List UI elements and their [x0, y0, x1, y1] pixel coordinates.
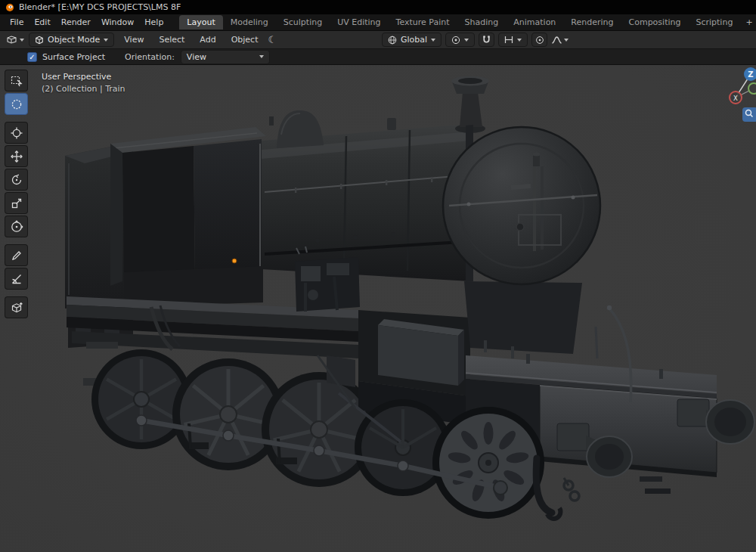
menu-object[interactable]: Object: [226, 33, 264, 46]
pivot-point-dropdown[interactable]: [445, 33, 475, 47]
window-titlebar: Blender* [E:\MY DCS PROJECTS\LMS 8F: [0, 0, 756, 14]
loco-boiler: [262, 124, 470, 281]
menu-window[interactable]: Window: [96, 16, 139, 29]
object-origin-dot: [232, 259, 237, 263]
tab-texture-paint[interactable]: Texture Paint: [389, 15, 457, 29]
select-circle-icon: [10, 98, 23, 111]
axis-z-label: Z: [748, 70, 753, 79]
tab-animation[interactable]: Animation: [506, 15, 563, 29]
object-mode-icon: [35, 36, 44, 45]
orientation-setting-dropdown[interactable]: View: [181, 50, 270, 64]
menu-view[interactable]: View: [119, 33, 149, 46]
tab-shading[interactable]: Shading: [457, 15, 507, 29]
tool-select-box[interactable]: [5, 70, 28, 91]
editor-type-icon: [6, 35, 17, 45]
transform-tool-icon: [10, 220, 23, 234]
proportional-falloff-button[interactable]: [551, 33, 569, 47]
proportional-edit-icon: [535, 36, 544, 45]
tool-annotate[interactable]: [5, 244, 28, 266]
tool-add-cube[interactable]: [5, 296, 28, 318]
gizmo-toggle-icon[interactable]: ☾: [268, 35, 277, 45]
menu-select[interactable]: Select: [153, 33, 190, 46]
menu-help[interactable]: Help: [139, 16, 169, 29]
loco-cab: [110, 127, 266, 307]
viewport-header: Object Mode View Select Add Object ☾ Glo…: [0, 31, 756, 49]
3d-viewport[interactable]: User Perspective (2) Collection | Train: [0, 65, 756, 552]
tool-cursor[interactable]: [5, 122, 28, 144]
tool-transform[interactable]: [5, 216, 28, 237]
menu-add[interactable]: Add: [194, 33, 221, 46]
snap-target-icon: [504, 36, 513, 44]
surface-project-checkbox[interactable]: ✓: [27, 52, 37, 62]
loco-cylinder: [378, 319, 464, 386]
viewport-toolbar: [5, 70, 28, 320]
measure-tool-icon: [10, 272, 23, 286]
axis-x-label: X: [733, 95, 738, 102]
tool-rotate[interactable]: [5, 169, 28, 191]
orientation-setting-value: View: [187, 52, 206, 62]
3d-scene: [0, 65, 756, 552]
move-tool-icon: [10, 150, 23, 163]
tool-select-circle[interactable]: [5, 93, 28, 115]
tab-modeling[interactable]: Modeling: [223, 15, 276, 29]
magnet-icon: [482, 35, 491, 45]
orientation-value: Global: [401, 35, 427, 45]
snap-target-dropdown[interactable]: [498, 33, 528, 47]
add-workspace-button[interactable]: +: [740, 15, 756, 29]
proportional-edit-button[interactable]: [531, 33, 547, 47]
snap-toggle-button[interactable]: [479, 33, 494, 47]
cursor-tool-icon: [10, 126, 23, 140]
orientation-setting-label: Orientation:: [125, 52, 175, 62]
orientation-dropdown[interactable]: Global: [382, 33, 442, 47]
tab-rendering[interactable]: Rendering: [563, 15, 621, 29]
workspace-tabs: Layout Modeling Sculpting UV Editing Tex…: [179, 15, 756, 29]
tab-compositing[interactable]: Compositing: [621, 15, 689, 29]
mode-label: Object Mode: [48, 35, 100, 45]
annotate-tool-icon: [10, 249, 23, 262]
tool-settings-bar: ✓ Surface Project Orientation: View: [0, 49, 756, 65]
editor-type-button[interactable]: [6, 33, 24, 47]
window-title: Blender* [E:\MY DCS PROJECTS\LMS 8F: [19, 2, 181, 12]
surface-project-label: Surface Project: [42, 52, 105, 62]
tool-move[interactable]: [5, 145, 28, 167]
rotate-tool-icon: [10, 173, 23, 187]
tab-sculpting[interactable]: Sculpting: [276, 15, 330, 29]
tab-scripting[interactable]: Scripting: [688, 15, 740, 29]
menu-render[interactable]: Render: [56, 16, 96, 29]
transform-snap-cluster: Global: [382, 33, 569, 47]
loco-front-wheel: [432, 407, 544, 519]
mode-dropdown[interactable]: Object Mode: [29, 33, 114, 47]
menu-file[interactable]: File: [5, 16, 29, 29]
globe-icon: [388, 36, 397, 45]
scale-tool-icon: [10, 197, 23, 210]
pivot-point-icon: [451, 36, 460, 45]
tab-layout[interactable]: Layout: [179, 15, 222, 29]
navigation-gizmo[interactable]: Z X: [717, 67, 756, 165]
tab-uv-editing[interactable]: UV Editing: [330, 15, 388, 29]
axis-y-ball[interactable]: [748, 83, 756, 94]
blender-app-icon: [5, 3, 14, 12]
add-cube-tool-icon: [10, 301, 23, 315]
falloff-curve-icon: [551, 36, 562, 45]
locomotive-model[interactable]: [65, 76, 754, 519]
tool-measure[interactable]: [5, 268, 28, 290]
tool-scale[interactable]: [5, 192, 28, 214]
topbar: File Edit Render Window Help Layout Mode…: [0, 14, 756, 31]
select-box-icon: [10, 74, 23, 88]
zoom-view-icon[interactable]: [742, 107, 756, 122]
menu-edit[interactable]: Edit: [29, 16, 55, 29]
